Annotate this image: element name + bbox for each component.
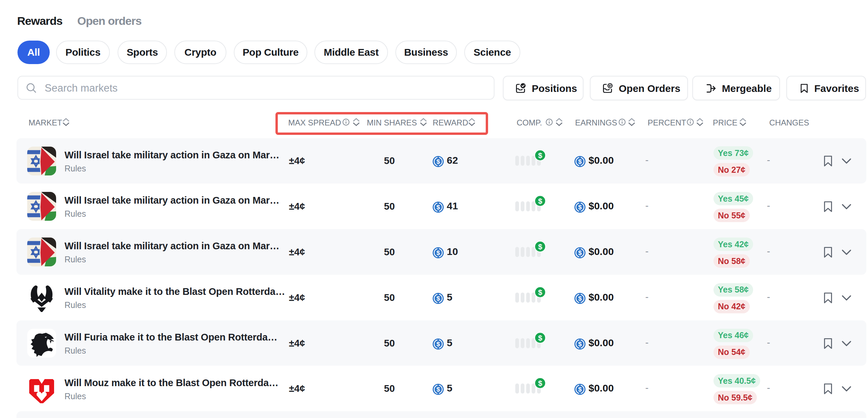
svg-text:$: $ — [436, 204, 440, 211]
svg-text:$: $ — [538, 243, 542, 251]
svg-text:$: $ — [436, 158, 440, 165]
svg-text:$: $ — [578, 386, 582, 393]
svg-text:$: $ — [538, 379, 542, 387]
svg-text:$: $ — [538, 197, 542, 205]
svg-text:$: $ — [578, 204, 582, 211]
svg-text:$: $ — [436, 341, 440, 348]
svg-text:$: $ — [578, 295, 582, 302]
svg-text:$: $ — [538, 151, 542, 160]
svg-text:$: $ — [436, 386, 440, 393]
svg-text:$: $ — [578, 249, 582, 256]
svg-text:$: $ — [538, 288, 542, 296]
svg-text:$: $ — [578, 341, 582, 348]
svg-text:$: $ — [538, 334, 542, 342]
svg-text:$: $ — [578, 158, 582, 165]
svg-text:$: $ — [436, 295, 440, 302]
svg-text:$: $ — [436, 249, 440, 256]
